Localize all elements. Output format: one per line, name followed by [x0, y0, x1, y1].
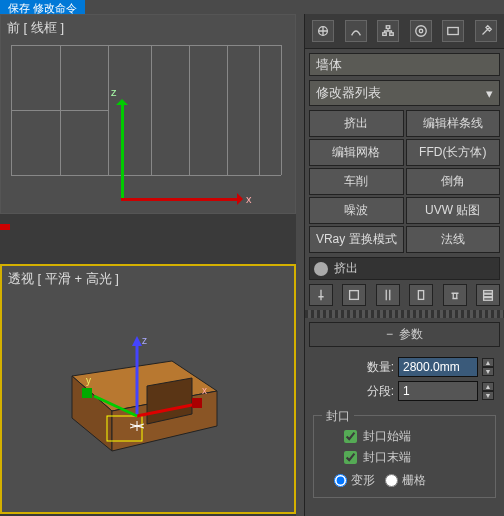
- viewport-front-label: 前 [ 线框 ]: [7, 19, 64, 37]
- modifier-buttons-grid: 挤出 编辑样条线 编辑网格 FFD(长方体) 车削 倒角 噪波 UVW 贴图 V…: [309, 110, 500, 253]
- mod-btn-noise[interactable]: 噪波: [309, 197, 404, 224]
- stack-tool-row: [309, 284, 500, 306]
- stack-icon[interactable]: [476, 284, 500, 306]
- svg-rect-16: [383, 33, 387, 36]
- svg-rect-20: [448, 28, 459, 35]
- axis-handle[interactable]: [0, 224, 10, 230]
- divider: [305, 310, 504, 318]
- cap-start-label: 封口始端: [363, 428, 411, 445]
- segments-label: 分段:: [367, 383, 394, 400]
- bulb-icon[interactable]: [314, 262, 328, 276]
- cap-start-checkbox[interactable]: [344, 430, 357, 443]
- svg-point-18: [416, 26, 427, 37]
- morph-radio[interactable]: [334, 474, 347, 487]
- remove-icon[interactable]: [443, 284, 467, 306]
- wireframe-grid: [11, 45, 281, 175]
- hierarchy-icon[interactable]: [377, 20, 399, 42]
- command-panel: 修改器列表 ▾ 挤出 编辑样条线 编辑网格 FFD(长方体) 车削 倒角 噪波 …: [304, 14, 504, 516]
- capping-legend: 封口: [322, 408, 354, 425]
- amount-input[interactable]: [398, 357, 478, 377]
- mod-btn-normal[interactable]: 法线: [406, 226, 501, 253]
- modifier-stack-item[interactable]: 挤出: [309, 257, 500, 280]
- config-icon[interactable]: [342, 284, 366, 306]
- amount-spin-up[interactable]: ▲: [482, 358, 494, 367]
- svg-rect-9: [82, 388, 92, 398]
- viewport-perspective[interactable]: 透视 [ 平滑 + 高光 ] x y z: [0, 264, 296, 514]
- capping-fieldset: 封口 封口始端 封口末端 变形 栅格: [313, 415, 496, 498]
- amount-spin-down[interactable]: ▼: [482, 367, 494, 376]
- svg-rect-21: [350, 291, 359, 300]
- svg-rect-15: [387, 26, 391, 29]
- make-unique-icon[interactable]: [409, 284, 433, 306]
- segments-spin-up[interactable]: ▲: [482, 382, 494, 391]
- morph-label: 变形: [351, 472, 375, 489]
- svg-rect-17: [390, 33, 394, 36]
- motion-icon[interactable]: [410, 20, 432, 42]
- svg-text:y: y: [86, 375, 91, 386]
- modifier-list-label: 修改器列表: [316, 84, 381, 102]
- viewport-persp-label: 透视 [ 平滑 + 高光 ]: [8, 270, 119, 288]
- command-panel-tabs: [305, 14, 504, 49]
- grid-radio[interactable]: [385, 474, 398, 487]
- grid-label: 栅格: [402, 472, 426, 489]
- svg-rect-10: [192, 398, 202, 408]
- mod-btn-bevel[interactable]: 倒角: [406, 168, 501, 195]
- mod-btn-ffd[interactable]: FFD(长方体): [406, 139, 501, 166]
- stack-item-label: 挤出: [334, 260, 358, 277]
- utilities-icon[interactable]: [475, 20, 497, 42]
- mod-btn-editspline[interactable]: 编辑样条线: [406, 110, 501, 137]
- axis-z-gizmo[interactable]: [121, 101, 124, 201]
- svg-rect-23: [484, 291, 493, 294]
- display-icon[interactable]: [442, 20, 464, 42]
- segments-spin-down[interactable]: ▼: [482, 391, 494, 400]
- svg-point-19: [419, 29, 423, 33]
- object-name-input[interactable]: [309, 53, 500, 76]
- cap-end-label: 封口末端: [363, 449, 411, 466]
- amount-label: 数量:: [367, 359, 394, 376]
- pin-icon[interactable]: [309, 284, 333, 306]
- svg-marker-6: [132, 336, 142, 346]
- mod-btn-lathe[interactable]: 车削: [309, 168, 404, 195]
- axis-x-label: x: [246, 193, 252, 205]
- mod-btn-editmesh[interactable]: 编辑网格: [309, 139, 404, 166]
- segments-input[interactable]: [398, 381, 478, 401]
- viewport-area: 前 [ 线框 ] x z 透视 [ 平滑 + 高光 ]: [0, 14, 296, 516]
- mod-btn-extrude[interactable]: 挤出: [309, 110, 404, 137]
- cap-end-checkbox[interactable]: [344, 451, 357, 464]
- svg-rect-25: [484, 298, 493, 301]
- modifier-list-dropdown[interactable]: 修改器列表 ▾: [309, 80, 500, 106]
- rollout-params[interactable]: −参数: [309, 322, 500, 347]
- show-icon[interactable]: [376, 284, 400, 306]
- rollout-title: 参数: [399, 327, 423, 341]
- params-area: 数量: ▲▼ 分段: ▲▼: [305, 349, 504, 409]
- chevron-down-icon: ▾: [486, 86, 493, 101]
- viewport-front[interactable]: 前 [ 线框 ] x z: [0, 14, 296, 214]
- modify-icon[interactable]: [345, 20, 367, 42]
- svg-text:x: x: [202, 385, 207, 396]
- svg-text:z: z: [142, 335, 147, 346]
- mod-btn-vraydisplace[interactable]: VRay 置换模式: [309, 226, 404, 253]
- extruded-mesh[interactable]: x y z: [52, 326, 232, 466]
- svg-rect-24: [484, 294, 493, 297]
- mod-btn-uvw[interactable]: UVW 贴图: [406, 197, 501, 224]
- svg-rect-22: [419, 291, 424, 300]
- create-icon[interactable]: [312, 20, 334, 42]
- axis-z-label: z: [111, 86, 117, 98]
- axis-x-gizmo[interactable]: [121, 198, 241, 201]
